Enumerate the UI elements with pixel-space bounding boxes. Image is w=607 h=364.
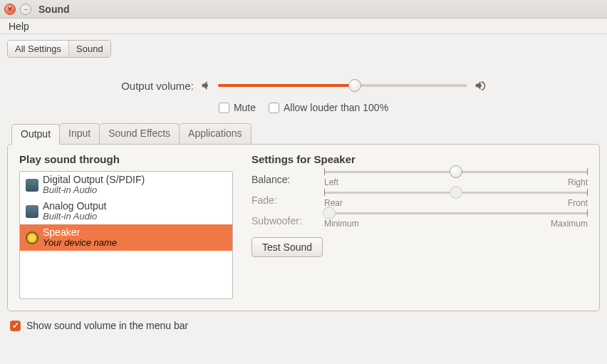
breadcrumb-sound[interactable]: Sound xyxy=(69,41,110,57)
device-name: Speaker xyxy=(43,227,117,238)
mute-checkbox[interactable]: Mute xyxy=(219,102,256,113)
subwoofer-slider[interactable]: MinimumMaximum xyxy=(324,212,588,229)
tab-output[interactable]: Output xyxy=(11,124,60,145)
subwoofer-row: Subwoofer: MinimumMaximum xyxy=(251,212,588,229)
settings-title: Settings for Speaker xyxy=(251,153,588,165)
fade-row: Fade: RearFront xyxy=(251,192,588,208)
subwoofer-left-label: Minimum xyxy=(324,219,359,229)
balance-label: Balance: xyxy=(251,174,313,185)
device-item[interactable]: Analog OutputBuilt-in Audio xyxy=(20,198,232,224)
device-name: Analog Output xyxy=(43,200,107,212)
window-title: Sound xyxy=(38,4,70,15)
tab-input[interactable]: Input xyxy=(59,123,100,144)
output-volume-label: Output volume: xyxy=(121,80,194,92)
balance-slider[interactable]: LeftRight xyxy=(324,171,588,187)
device-subtitle: Built-in Audio xyxy=(43,185,145,196)
window-close-button[interactable]: ✕ xyxy=(4,4,16,15)
device-name: Digital Output (S/PDIF) xyxy=(43,174,145,185)
play-through-title: Play sound through xyxy=(19,153,233,165)
mute-label: Mute xyxy=(234,102,256,113)
tab-applications[interactable]: Applications xyxy=(179,123,251,144)
device-list[interactable]: Digital Output (S/PDIF)Built-in AudioAna… xyxy=(19,171,233,299)
volume-options-row: Mute Allow louder than 100% xyxy=(7,102,600,113)
output-volume-row: Output volume: xyxy=(7,79,600,92)
volume-low-icon xyxy=(199,79,212,92)
device-subtitle: Your device name xyxy=(43,238,117,249)
menubar: Help xyxy=(0,19,607,34)
test-sound-button[interactable]: Test Sound xyxy=(251,237,323,257)
fade-right-label: Front xyxy=(568,198,588,208)
device-subtitle: Built-in Audio xyxy=(43,212,107,222)
breadcrumb: All Settings Sound xyxy=(7,40,111,58)
allow-louder-checkbox[interactable]: Allow louder than 100% xyxy=(269,102,388,113)
tab-sound-effects[interactable]: Sound Effects xyxy=(99,123,180,144)
show-volume-checkbox[interactable]: ✓ Show sound volume in the menu bar xyxy=(7,320,600,331)
balance-right-label: Right xyxy=(568,177,588,187)
output-volume-slider[interactable] xyxy=(218,84,467,87)
volume-high-icon xyxy=(473,79,486,92)
balance-left-label: Left xyxy=(324,177,338,187)
tab-panel-output: Play sound through Digital Output (S/PDI… xyxy=(7,144,600,311)
allow-louder-label: Allow louder than 100% xyxy=(284,102,388,113)
window-minimize-button[interactable]: – xyxy=(20,4,31,15)
fade-label: Fade: xyxy=(251,194,313,206)
tabs: Output Input Sound Effects Applications xyxy=(11,123,600,144)
device-item[interactable]: Digital Output (S/PDIF)Built-in Audio xyxy=(20,172,232,198)
menu-help[interactable]: Help xyxy=(4,19,33,33)
soundcard-icon xyxy=(26,205,38,218)
show-volume-label: Show sound volume in the menu bar xyxy=(26,320,188,331)
fade-slider[interactable]: RearFront xyxy=(324,192,588,208)
device-item[interactable]: SpeakerYour device name xyxy=(20,224,232,251)
balance-row: Balance: LeftRight xyxy=(251,171,588,187)
titlebar: ✕ – Sound xyxy=(0,0,607,19)
breadcrumb-all-settings[interactable]: All Settings xyxy=(8,41,69,57)
subwoofer-label: Subwoofer: xyxy=(251,215,313,227)
soundcard-icon xyxy=(26,179,38,192)
subwoofer-right-label: Maximum xyxy=(551,219,588,229)
speaker-icon xyxy=(26,232,38,244)
